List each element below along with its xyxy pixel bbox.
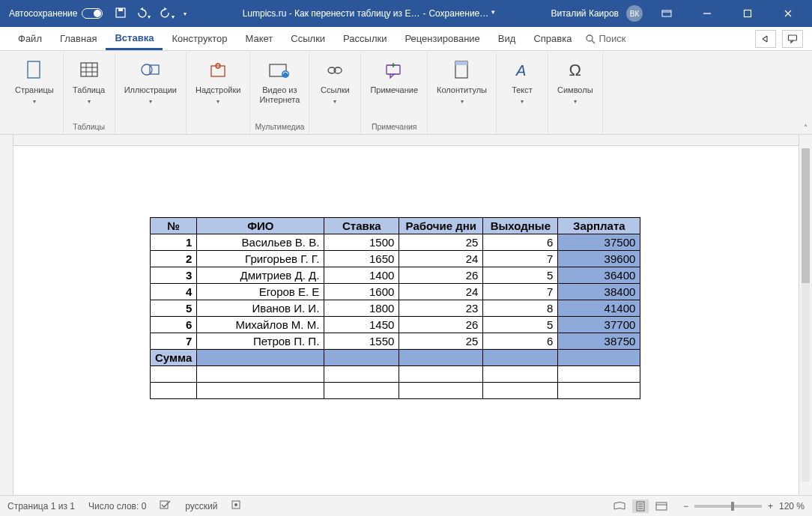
zoom-in-button[interactable]: + bbox=[768, 501, 773, 512]
cell-name[interactable]: Михайлов М. М. bbox=[197, 317, 324, 333]
cell-index[interactable]: 4 bbox=[151, 284, 197, 300]
zoom-slider[interactable] bbox=[694, 505, 762, 508]
search-box[interactable]: Поиск bbox=[585, 27, 625, 50]
web-layout-icon[interactable] bbox=[653, 500, 670, 513]
tab-view[interactable]: Вид bbox=[489, 27, 525, 50]
illustrations-button[interactable]: Иллюстрации ▾ bbox=[120, 55, 181, 108]
chevron-down-icon[interactable]: ▾ bbox=[491, 8, 495, 19]
cell-index[interactable]: 3 bbox=[151, 267, 197, 284]
print-layout-icon[interactable] bbox=[632, 500, 649, 513]
save-icon[interactable] bbox=[115, 7, 127, 21]
table-button[interactable]: Таблица ▾ bbox=[68, 55, 110, 108]
addins-button[interactable]: Надстройки ▾ bbox=[191, 55, 245, 108]
links-button[interactable]: Ссылки ▾ bbox=[314, 55, 356, 108]
tab-review[interactable]: Рецензирование bbox=[396, 27, 488, 50]
tab-file[interactable]: Файл bbox=[9, 27, 51, 50]
tab-help[interactable]: Справка bbox=[524, 27, 581, 50]
cell-index[interactable]: 6 bbox=[151, 317, 197, 333]
cell-daysoff[interactable]: 7 bbox=[483, 251, 558, 267]
status-language[interactable]: русский bbox=[185, 501, 217, 512]
avatar[interactable]: ВК bbox=[626, 5, 643, 22]
cell-daysoff[interactable]: 6 bbox=[483, 333, 558, 350]
cell-rate[interactable]: 1550 bbox=[324, 333, 399, 350]
cell-daysoff[interactable]: 5 bbox=[483, 267, 558, 284]
vertical-scrollbar[interactable] bbox=[799, 135, 812, 495]
scrollbar-thumb[interactable] bbox=[802, 148, 810, 283]
cell-rate[interactable]: 1600 bbox=[324, 284, 399, 300]
tab-home[interactable]: Главная bbox=[51, 27, 106, 50]
cell-salary[interactable]: 39600 bbox=[558, 251, 640, 267]
cell-name[interactable]: Егоров Е. Е bbox=[197, 284, 324, 300]
cell-daysoff[interactable]: 7 bbox=[483, 284, 558, 300]
tab-mailings[interactable]: Рассылки bbox=[334, 27, 396, 50]
group-comments: Примечание Примечания bbox=[361, 52, 428, 134]
undo-icon[interactable]: ▾ bbox=[136, 7, 151, 21]
cell-name[interactable]: Дмитриев Д. Д. bbox=[197, 267, 324, 284]
collapse-ribbon-icon[interactable]: ˄ bbox=[804, 124, 808, 132]
spellcheck-icon[interactable] bbox=[160, 500, 172, 512]
read-mode-icon[interactable] bbox=[611, 500, 628, 513]
comment-button[interactable]: Примечание bbox=[366, 55, 422, 98]
cell-index[interactable]: 1 bbox=[151, 234, 197, 251]
text-button[interactable]: A Текст ▾ bbox=[501, 55, 543, 108]
cell-salary[interactable]: 38400 bbox=[558, 284, 640, 300]
maximize-button[interactable] bbox=[731, 0, 764, 27]
pages-button[interactable]: Страницы ▾ bbox=[10, 55, 58, 108]
status-wordcount[interactable]: Число слов: 0 bbox=[88, 501, 146, 512]
cell-salary[interactable]: 41400 bbox=[558, 300, 640, 317]
cell-rate[interactable]: 1800 bbox=[324, 300, 399, 317]
zoom-level[interactable]: 120 % bbox=[779, 501, 805, 512]
macro-icon[interactable] bbox=[231, 500, 241, 512]
cell-rate[interactable]: 1500 bbox=[324, 234, 399, 251]
vertical-ruler[interactable] bbox=[0, 135, 13, 495]
close-button[interactable] bbox=[772, 0, 805, 27]
autosave-toggle[interactable]: Автосохранение bbox=[4, 8, 107, 19]
cell-daysoff[interactable]: 6 bbox=[483, 234, 558, 251]
tab-layout[interactable]: Макет bbox=[237, 27, 282, 50]
cell-name[interactable]: Васильев В. В. bbox=[197, 234, 324, 251]
zoom-out-button[interactable]: − bbox=[683, 501, 688, 512]
ribbon-display-icon[interactable] bbox=[650, 0, 683, 27]
redo-icon[interactable]: ▾ bbox=[160, 7, 175, 21]
document-page[interactable]: № ФИО Ставка Рабочие дни Выходные Зарпла… bbox=[37, 157, 775, 480]
cell-rate[interactable]: 1400 bbox=[324, 267, 399, 284]
cell-salary[interactable]: 36400 bbox=[558, 267, 640, 284]
cell-workdays[interactable]: 25 bbox=[399, 333, 483, 350]
table-row: 6Михайлов М. М.145026537700 bbox=[151, 317, 640, 333]
text-icon: A bbox=[510, 58, 534, 82]
cell-index[interactable]: 2 bbox=[151, 251, 197, 267]
tab-design[interactable]: Конструктор bbox=[163, 27, 236, 50]
tab-insert[interactable]: Вставка bbox=[106, 27, 163, 50]
cell-index[interactable]: 5 bbox=[151, 300, 197, 317]
cell-salary[interactable]: 37700 bbox=[558, 317, 640, 333]
minimize-button[interactable] bbox=[691, 0, 724, 27]
cell-workdays[interactable]: 24 bbox=[399, 251, 483, 267]
cell-daysoff[interactable]: 8 bbox=[483, 300, 558, 317]
cell-name[interactable]: Иванов И. И. bbox=[197, 300, 324, 317]
chevron-down-icon: ▾ bbox=[521, 98, 524, 105]
comments-button[interactable] bbox=[782, 30, 803, 48]
cell-salary[interactable]: 37500 bbox=[558, 234, 640, 251]
tab-references[interactable]: Ссылки bbox=[282, 27, 334, 50]
cell-name[interactable]: Петров П. П. bbox=[197, 333, 324, 350]
cell-rate[interactable]: 1650 bbox=[324, 251, 399, 267]
cell-workdays[interactable]: 23 bbox=[399, 300, 483, 317]
share-button[interactable] bbox=[755, 30, 776, 48]
cell-workdays[interactable]: 24 bbox=[399, 284, 483, 300]
data-table[interactable]: № ФИО Ставка Рабочие дни Выходные Зарпла… bbox=[150, 217, 640, 399]
cell-index[interactable]: 7 bbox=[151, 333, 197, 350]
cell-daysoff[interactable]: 5 bbox=[483, 317, 558, 333]
cell-rate[interactable]: 1450 bbox=[324, 317, 399, 333]
online-video-button[interactable]: Видео из Интернета bbox=[255, 55, 304, 107]
status-bar: Страница 1 из 1 Число слов: 0 русский − … bbox=[0, 495, 812, 516]
symbols-button[interactable]: Ω Символы ▾ bbox=[553, 55, 598, 108]
cell-workdays[interactable]: 26 bbox=[399, 317, 483, 333]
cell-salary[interactable]: 38750 bbox=[558, 333, 640, 350]
svg-rect-6 bbox=[28, 61, 40, 78]
horizontal-ruler[interactable] bbox=[13, 135, 799, 146]
cell-workdays[interactable]: 26 bbox=[399, 267, 483, 284]
status-page[interactable]: Страница 1 из 1 bbox=[7, 501, 75, 512]
headerfooter-button[interactable]: Колонтитулы ▾ bbox=[432, 55, 491, 108]
cell-name[interactable]: Григорьев Г. Г. bbox=[197, 251, 324, 267]
cell-workdays[interactable]: 25 bbox=[399, 234, 483, 251]
